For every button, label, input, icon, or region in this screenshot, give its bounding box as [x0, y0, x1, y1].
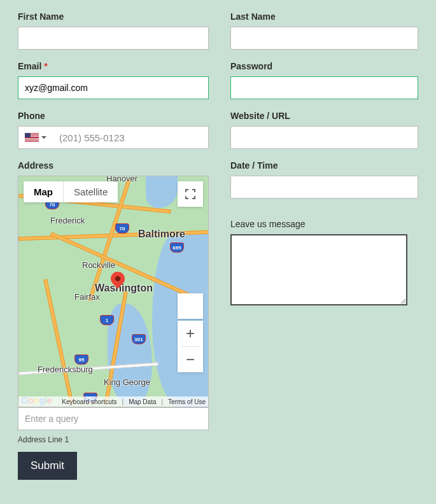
map-footer: Keyboard shortcuts | Map Data | Terms of… [18, 396, 208, 407]
phone-input[interactable] [53, 127, 202, 148]
map-city-label: Rockville [82, 260, 115, 270]
message-textarea[interactable] [230, 234, 407, 305]
address-label: Address [18, 160, 209, 171]
terms-of-use-link[interactable]: Terms of Use [168, 398, 206, 405]
map-city-label: Baltimore [138, 228, 185, 240]
map-city-label: Washington [95, 283, 153, 294]
map-city-label: Fredericksburg [38, 365, 93, 374]
website-input[interactable] [230, 126, 418, 149]
road-shield-icon: 70 [115, 223, 129, 234]
zoom-out-button[interactable]: − [178, 347, 203, 372]
chevron-down-icon[interactable] [41, 136, 46, 139]
map-type-toggle[interactable]: Map Satellite [24, 181, 118, 202]
email-label: Email* [18, 61, 209, 71]
map-control-box[interactable] [178, 293, 203, 319]
password-label: Password [230, 61, 418, 71]
road-shield-icon: 301 [132, 334, 146, 344]
map-city-label: Fairfax [74, 292, 100, 302]
road-shield-icon: 695 [170, 242, 184, 253]
message-label: Leave us message [230, 219, 418, 229]
map-city-label: Frederick [50, 216, 85, 225]
required-mark: * [44, 61, 47, 71]
map-mode-map-button[interactable]: Map [24, 181, 63, 202]
address-query-input[interactable] [18, 407, 209, 430]
datetime-label: Date / Time [230, 160, 418, 171]
last-name-input[interactable] [230, 27, 418, 50]
keyboard-shortcuts-link[interactable]: Keyboard shortcuts [62, 398, 116, 405]
fullscreen-button[interactable] [178, 181, 203, 207]
email-input[interactable] [18, 76, 209, 99]
phone-label: Phone [18, 111, 209, 121]
road-shield-icon: 1 [100, 315, 114, 325]
submit-button[interactable]: Submit [18, 452, 77, 480]
address-line1-sublabel: Address Line 1 [18, 435, 209, 444]
road-shield-icon: 95 [74, 354, 88, 365]
zoom-controls: + − [178, 321, 203, 372]
last-name-label: Last Name [230, 11, 418, 22]
first-name-input[interactable] [18, 27, 209, 50]
zoom-in-button[interactable]: + [178, 321, 203, 346]
flag-us-icon[interactable] [25, 133, 39, 142]
password-input[interactable] [230, 76, 418, 99]
map-canvas[interactable]: FrederickBaltimoreRockvilleWashingtonFai… [18, 176, 209, 407]
fullscreen-icon [185, 189, 195, 199]
map-data-link[interactable]: Map Data [129, 398, 156, 405]
map-mode-satellite-button[interactable]: Satellite [64, 181, 118, 202]
first-name-label: First Name [18, 11, 209, 22]
phone-input-wrap[interactable] [18, 126, 209, 149]
datetime-input[interactable] [230, 176, 418, 199]
website-label: Website / URL [230, 111, 418, 121]
map-city-label: King George [104, 377, 150, 387]
